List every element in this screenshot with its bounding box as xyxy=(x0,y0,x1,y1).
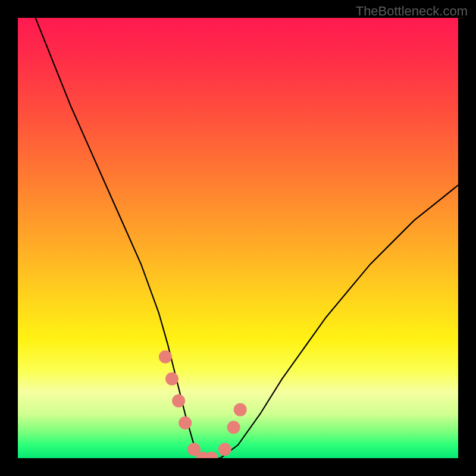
watermark-text: TheBottleneck.com xyxy=(356,4,468,19)
highlight-marker xyxy=(227,421,240,434)
bottleneck-curve-line xyxy=(36,18,458,458)
highlight-marker xyxy=(172,394,185,408)
chart-plot-area xyxy=(18,18,458,458)
highlight-marker xyxy=(205,452,218,458)
highlight-marker xyxy=(234,403,247,416)
highlight-marker xyxy=(218,443,231,456)
chart-svg xyxy=(18,18,458,458)
highlight-marker xyxy=(165,372,178,386)
highlight-marker xyxy=(178,416,192,430)
highlight-marker xyxy=(159,350,172,364)
marker-group xyxy=(159,350,247,458)
